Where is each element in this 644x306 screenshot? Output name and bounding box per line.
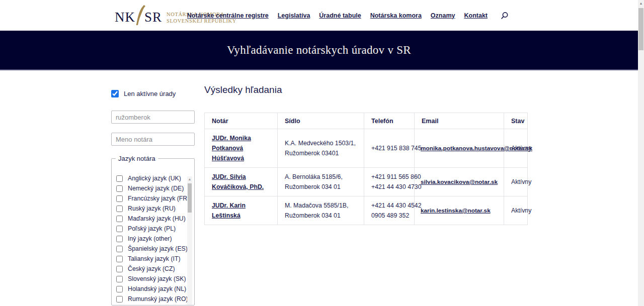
- language-list-scrollbar[interactable]: ▲: [187, 176, 192, 305]
- quill-icon: [134, 5, 146, 29]
- language-label: Nemecký jazyk (DE): [128, 185, 184, 192]
- nav-link-2[interactable]: Legislatíva: [278, 12, 310, 19]
- email-cell: karin.lestinska@notar.sk: [415, 196, 504, 225]
- language-checkbox[interactable]: [116, 236, 123, 242]
- email-cell: monika.potkanova.hustavova@notar.sk: [415, 129, 504, 168]
- nav-link-4[interactable]: Notárska komora: [370, 12, 422, 19]
- language-option[interactable]: Iný jazyk (other): [112, 234, 194, 244]
- active-only-checkbox[interactable]: [111, 90, 119, 97]
- language-checkbox[interactable]: [116, 266, 123, 272]
- logo-nk: NK: [115, 10, 135, 25]
- email-link[interactable]: karin.lestinska@notar.sk: [421, 207, 491, 214]
- language-label: Holandský jazyk (NL): [128, 285, 186, 292]
- language-option[interactable]: Rumunský jazyk (RO): [112, 294, 194, 304]
- language-scrollbar-thumb[interactable]: [188, 183, 192, 213]
- language-option[interactable]: Holandský jazyk (NL): [112, 284, 194, 294]
- language-filter-group: Jazyk notára Anglický jazyk (UK)Nemecký …: [111, 155, 195, 305]
- active-only-label[interactable]: Len aktívne úrady: [124, 90, 176, 97]
- language-checkbox[interactable]: [116, 296, 123, 302]
- logo-mark: NK SR: [115, 5, 162, 30]
- language-group-label: Jazyk notára: [116, 155, 158, 162]
- results-title: Výsledky hľadania: [204, 84, 527, 95]
- language-option[interactable]: Český jazyk (CZ): [112, 264, 194, 274]
- language-option[interactable]: Poľský jazyk (PL): [112, 224, 194, 234]
- page-scrollbar[interactable]: ▲: [638, 0, 644, 306]
- address-cell: M. Madačova 5585/1B, Ružomberok 034 01: [278, 196, 364, 225]
- search-icon[interactable]: [501, 12, 509, 20]
- language-label: Český jazyk (CZ): [128, 265, 175, 272]
- language-checkbox[interactable]: [116, 185, 123, 192]
- page-title: Vyhľadávanie notárskych úradov v SR: [227, 44, 411, 57]
- active-only-row: Len aktívne úrady: [111, 90, 195, 97]
- language-label: Maďarský jazyk (HU): [128, 215, 186, 222]
- language-option[interactable]: Francúzsky jazyk (FR): [112, 193, 194, 203]
- column-header: Sídlo: [278, 113, 364, 129]
- notary-cell: JUDr. Silvia Kováčiková, PhD.: [205, 168, 278, 196]
- nav-link-3[interactable]: Úradné tabule: [319, 12, 361, 19]
- phone-number: +421 44 430 4730: [371, 182, 411, 192]
- notary-link[interactable]: JUDr. Silvia Kováčiková, PhD.: [212, 173, 264, 190]
- language-label: Francúzsky jazyk (FR): [128, 195, 189, 202]
- notary-name-input[interactable]: [111, 133, 195, 146]
- nav-link-1[interactable]: Notárske centrálne registre: [187, 12, 269, 19]
- phone-cell: +421 44 430 45420905 489 352: [364, 196, 415, 225]
- page-banner: Vyhľadávanie notárskych úradov v SR: [0, 31, 638, 70]
- language-option[interactable]: Nemecký jazyk (DE): [112, 183, 194, 193]
- language-label: Poľský jazyk (PL): [128, 225, 176, 232]
- language-option[interactable]: Anglický jazyk (UK): [112, 173, 194, 183]
- language-label: Anglický jazyk (UK): [128, 175, 181, 182]
- table-header-row: NotárSídloTelefónEmailStav: [205, 113, 528, 129]
- address-cell: K.A. Medveckého 1503/1, Ružomberok 03401: [278, 129, 364, 168]
- results-table: NotárSídloTelefónEmailStav JUDr. Monika …: [204, 113, 528, 225]
- status-cell: Aktívny: [504, 168, 528, 196]
- scrollbar-up-icon[interactable]: ▲: [638, 0, 644, 7]
- nav-link-5[interactable]: Oznamy: [431, 12, 455, 19]
- language-label: Taliansky jazyk (IT): [128, 255, 181, 262]
- language-checkbox[interactable]: [116, 256, 123, 262]
- site-header: NK SR NOTÁRSKA KOMORA SLOVENSKEJ REPUBLI…: [0, 0, 638, 31]
- language-option[interactable]: Taliansky jazyk (IT): [112, 254, 194, 264]
- phone-number: 0905 489 352: [371, 211, 411, 221]
- language-checkbox[interactable]: [116, 276, 123, 282]
- status-cell: Aktívny: [504, 196, 528, 225]
- notary-cell: JUDr. Monika Potkanová Húšťavová: [205, 129, 278, 168]
- notary-link[interactable]: JUDr. Monika Potkanová Húšťavová: [212, 135, 251, 162]
- phone-number: +421 915 838 745: [371, 143, 411, 153]
- phone-number: +421 44 430 4542: [371, 200, 411, 211]
- nav-link-6[interactable]: Kontakt: [464, 12, 488, 19]
- table-row: JUDr. Karin LeštinskáM. Madačova 5585/1B…: [205, 196, 528, 225]
- language-checkbox[interactable]: [116, 246, 123, 252]
- page-scrollbar-thumb[interactable]: [638, 8, 643, 50]
- language-label: Rumunský jazyk (RO): [128, 295, 188, 302]
- page: NK SR NOTÁRSKA KOMORA SLOVENSKEJ REPUBLI…: [0, 0, 644, 306]
- column-header: Telefón: [364, 113, 415, 129]
- logo-sr: SR: [144, 10, 162, 25]
- table-row: JUDr. Monika Potkanová HúšťavováK.A. Med…: [205, 129, 528, 168]
- filter-sidebar: Len aktívne úrady Jazyk notára Anglický …: [111, 90, 195, 305]
- notary-link[interactable]: JUDr. Karin Leštinská: [212, 202, 246, 219]
- scroll-up-icon[interactable]: ▲: [187, 176, 192, 182]
- table-row: JUDr. Silvia Kováčiková, PhD.A. Bernolák…: [205, 168, 528, 196]
- column-header: Stav: [504, 113, 528, 129]
- language-label: Španielsky jazyk (ES): [128, 245, 188, 252]
- language-checkbox[interactable]: [116, 216, 123, 222]
- language-label: Ruský jazyk (RU): [128, 205, 176, 212]
- email-link[interactable]: silvia.kovacikova@notar.sk: [421, 178, 498, 185]
- phone-cell: +421 911 565 860+421 44 430 4730: [364, 168, 415, 196]
- language-checkbox[interactable]: [116, 195, 123, 202]
- language-checkbox[interactable]: [116, 226, 123, 232]
- address-cell: A. Bernoláka 5185/6, Ružomberok 034 01: [278, 168, 364, 196]
- language-option[interactable]: Slovenský jazyk (SK): [112, 274, 194, 284]
- language-checkbox[interactable]: [116, 175, 123, 182]
- language-option[interactable]: Ruský jazyk (RU): [112, 203, 194, 214]
- language-checkbox[interactable]: [116, 286, 123, 292]
- column-header: Notár: [205, 113, 278, 129]
- phone-cell: +421 915 838 745: [364, 129, 415, 168]
- language-option[interactable]: Španielsky jazyk (ES): [112, 244, 194, 254]
- language-option[interactable]: Maďarský jazyk (HU): [112, 214, 194, 224]
- city-search-input[interactable]: [111, 111, 195, 124]
- column-header: Email: [415, 113, 504, 129]
- language-list: Anglický jazyk (UK)Nemecký jazyk (DE)Fra…: [112, 173, 194, 304]
- language-checkbox[interactable]: [116, 206, 123, 212]
- phone-number: +421 911 565 860: [371, 172, 411, 182]
